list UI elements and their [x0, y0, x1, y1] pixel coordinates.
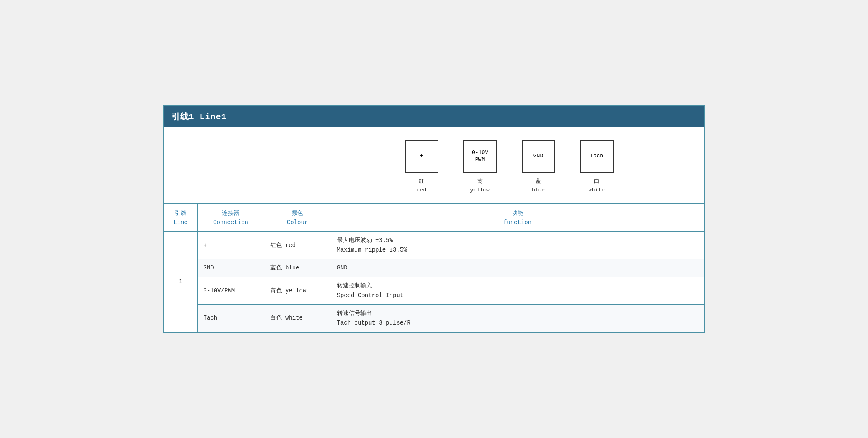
table-row: Tach 白色 white 转速信号输出 Tach output 3 pulse… [164, 305, 704, 332]
connector-gnd-box: GND [522, 140, 555, 173]
connection-plus: + [197, 232, 264, 259]
table-row: 0-10V/PWM 黄色 yellow 转速控制输入 Speed Control… [164, 277, 704, 305]
table-header-row: 引线 Line 连接器 Connection 颜色 Colour 功能 func… [164, 204, 704, 232]
connection-pwm: 0-10V/PWM [197, 277, 264, 305]
colour-pwm: 黄色 yellow [264, 277, 331, 305]
table-row: 1 + 红色 red 最大电压波动 ±3.5% Maximum ripple ±… [164, 232, 704, 259]
main-container: 引线1 Line1 + 红 red 0-10VPWM 黄 yellow GND [163, 105, 705, 333]
connector-gnd-label: 蓝 blue [532, 177, 545, 195]
connector-plus: + 红 red [405, 140, 438, 195]
connector-pwm-box: 0-10VPWM [463, 140, 497, 173]
table-row: GND 蓝色 blue GND [164, 259, 704, 277]
table-header: 引线1 Line1 [164, 106, 704, 127]
function-plus: 最大电压波动 ±3.5% Maximum ripple ±3.5% [331, 232, 704, 259]
connector-gnd: GND 蓝 blue [522, 140, 555, 195]
header-title: 引线1 Line1 [171, 112, 227, 122]
data-table: 引线 Line 连接器 Connection 颜色 Colour 功能 func… [164, 204, 704, 332]
connector-tach: Tach 白 white [580, 140, 614, 195]
connection-tach: Tach [197, 305, 264, 332]
connection-gnd: GND [197, 259, 264, 277]
connector-plus-box: + [405, 140, 438, 173]
function-tach: 转速信号输出 Tach output 3 pulse/R [331, 305, 704, 332]
line-number: 1 [164, 232, 197, 332]
colour-tach: 白色 white [264, 305, 331, 332]
function-pwm: 转速控制输入 Speed Control Input [331, 277, 704, 305]
colour-plus: 红色 red [264, 232, 331, 259]
connector-tach-box: Tach [580, 140, 614, 173]
connector-pwm-label: 黄 yellow [470, 177, 490, 195]
function-gnd: GND [331, 259, 704, 277]
connector-plus-label: 红 red [417, 177, 426, 195]
col-header-colour: 颜色 Colour [264, 204, 331, 232]
connector-pwm: 0-10VPWM 黄 yellow [463, 140, 497, 195]
col-header-function: 功能 function [331, 204, 704, 232]
col-header-connection: 连接器 Connection [197, 204, 264, 232]
diagram-section: + 红 red 0-10VPWM 黄 yellow GND 蓝 blue [164, 127, 704, 204]
col-header-line: 引线 Line [164, 204, 197, 232]
colour-gnd: 蓝色 blue [264, 259, 331, 277]
connector-tach-label: 白 white [589, 177, 605, 195]
